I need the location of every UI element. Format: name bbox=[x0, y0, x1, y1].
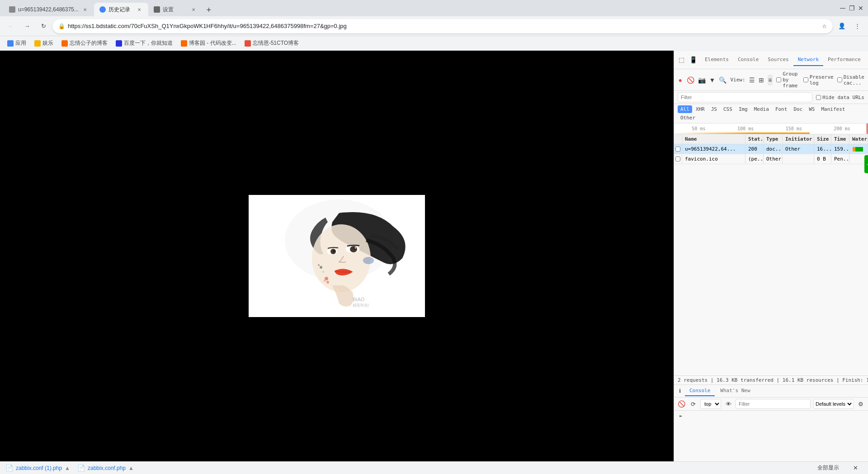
tab-more[interactable]: » bbox=[865, 54, 868, 66]
disable-cache-input[interactable] bbox=[837, 77, 842, 82]
bookmark-music[interactable]: 娱乐 bbox=[31, 38, 57, 49]
console-reload-icon[interactable]: ⟳ bbox=[689, 399, 698, 408]
console-settings-icon[interactable]: ⚙ bbox=[856, 399, 865, 408]
console-context-select[interactable]: top bbox=[700, 399, 721, 409]
console-clear-icon[interactable]: 🚫 bbox=[677, 399, 686, 408]
filter-manifest[interactable]: Manifest bbox=[819, 105, 848, 113]
row1-waterfall bbox=[849, 144, 868, 154]
new-tab-button[interactable]: + bbox=[203, 4, 215, 16]
network-filter-input[interactable] bbox=[678, 92, 812, 102]
filter-xhr[interactable]: XHR bbox=[693, 105, 708, 113]
account-button[interactable]: 👤 bbox=[835, 19, 849, 33]
col-type[interactable]: Type bbox=[764, 134, 783, 144]
tab-network[interactable]: Network bbox=[793, 54, 823, 66]
col-waterfall[interactable]: Waterfall ▲ bbox=[849, 134, 868, 144]
hide-data-urls-checkbox[interactable]: Hide data URLs bbox=[816, 95, 864, 100]
filter-media[interactable]: Media bbox=[751, 105, 772, 113]
wangqing-icon bbox=[61, 40, 68, 47]
row1-checkbox[interactable] bbox=[674, 144, 682, 154]
tab-1-close[interactable]: ✕ bbox=[81, 6, 89, 13]
menu-button[interactable]: ⋮ bbox=[850, 19, 864, 33]
network-table-header: Name Stat... Type Initiator Size Time Wa… bbox=[674, 134, 868, 144]
filter-doc[interactable]: Doc bbox=[791, 105, 805, 113]
devtools-pointer-icon[interactable]: ⬚ bbox=[676, 54, 687, 65]
tab-elements[interactable]: Elements bbox=[700, 54, 733, 66]
row2-type: Other bbox=[764, 154, 783, 164]
tab-sources[interactable]: Sources bbox=[763, 54, 793, 66]
address-bar[interactable]: 🔒 https://ss1.bdstatic.com/70cFuXSh_Q1Yn… bbox=[52, 19, 833, 33]
console-level-select[interactable]: Default levels bbox=[813, 399, 854, 409]
preserve-log-checkbox[interactable]: Preserve log bbox=[803, 74, 834, 86]
preserve-log-input[interactable] bbox=[803, 77, 808, 82]
minimize-button[interactable]: ─ bbox=[839, 5, 846, 12]
download-name-2[interactable]: zabbix.conf.php bbox=[88, 465, 126, 471]
console-tab-whatsnew[interactable]: What's New bbox=[716, 386, 755, 396]
network-row-1[interactable]: u=965139422,64... 200 doc... Other 16...… bbox=[674, 144, 868, 154]
filter-other[interactable]: Other bbox=[678, 114, 698, 122]
group-by-frame-input[interactable] bbox=[776, 77, 781, 82]
console-tab-console[interactable]: Console bbox=[685, 386, 715, 396]
filter-js[interactable]: JS bbox=[708, 105, 720, 113]
view-list-icon[interactable]: ☰ bbox=[749, 75, 755, 85]
bookmark-wangqing-label: 忘情公子的博客 bbox=[70, 39, 108, 47]
filter-button[interactable]: ▼ bbox=[709, 75, 716, 85]
row2-checkbox[interactable] bbox=[674, 154, 682, 164]
col-status[interactable]: Stat... bbox=[745, 134, 764, 144]
tab-console[interactable]: Console bbox=[733, 54, 763, 66]
show-all-button[interactable]: 全部显示 bbox=[817, 464, 839, 472]
tab-1-favicon bbox=[9, 6, 15, 13]
view-waterfall-icon[interactable]: ≡ bbox=[768, 75, 773, 85]
filter-css[interactable]: CSS bbox=[721, 105, 735, 113]
download-arrow-1[interactable]: ▲ bbox=[65, 465, 70, 471]
hide-data-urls-input[interactable] bbox=[816, 95, 821, 100]
bookmark-51cto[interactable]: 忘情恩-51CTO博客 bbox=[241, 38, 302, 49]
filter-font[interactable]: Font bbox=[773, 105, 790, 113]
console-filter-input[interactable] bbox=[736, 399, 811, 409]
filter-all[interactable]: All bbox=[678, 105, 692, 113]
row2-check-input[interactable] bbox=[675, 156, 680, 161]
address-text: https://ss1.bdstatic.com/70cFuXSh_Q1YnxG… bbox=[68, 23, 819, 29]
console-expand-arrow[interactable]: ► bbox=[678, 412, 684, 420]
clear-button[interactable]: 🚫 bbox=[687, 75, 694, 85]
close-button[interactable]: ✕ bbox=[857, 5, 864, 12]
forward-button[interactable]: → bbox=[20, 19, 34, 33]
search-button[interactable]: 🔍 bbox=[719, 75, 726, 85]
col-time[interactable]: Time bbox=[831, 134, 849, 144]
bookmark-wangqing[interactable]: 忘情公子的博客 bbox=[58, 38, 111, 49]
tab-2[interactable]: 历史记录 ✕ bbox=[94, 3, 148, 16]
filter-img[interactable]: Img bbox=[736, 105, 750, 113]
col-initiator[interactable]: Initiator bbox=[783, 134, 814, 144]
network-row-2[interactable]: favicon.ico (pe... Other 0 B Pen... bbox=[674, 154, 868, 164]
bookmark-bokeyuan[interactable]: 博客园 - 代码改变... bbox=[177, 38, 240, 49]
download-arrow-2[interactable]: ▲ bbox=[128, 465, 134, 471]
download-item-1: 📄 zabbix.conf (1).php ▲ bbox=[5, 465, 70, 472]
tab-performance[interactable]: Performance bbox=[823, 54, 865, 66]
back-button[interactable]: ← bbox=[4, 19, 18, 33]
record-button[interactable]: ● bbox=[678, 75, 683, 85]
cto-icon bbox=[245, 40, 251, 47]
view-grid-icon[interactable]: ⊞ bbox=[759, 75, 764, 85]
reload-button[interactable]: ↻ bbox=[36, 19, 51, 33]
bottom-bar-close-button[interactable]: ✕ bbox=[848, 461, 863, 474]
console-eye-icon[interactable]: 👁 bbox=[724, 399, 733, 408]
filter-ws[interactable]: WS bbox=[806, 105, 817, 113]
tab-3-close[interactable]: ✕ bbox=[190, 6, 197, 13]
restore-button[interactable]: ❐ bbox=[848, 5, 855, 12]
bookmark-star-icon[interactable]: ☆ bbox=[822, 23, 827, 29]
col-size[interactable]: Size bbox=[814, 134, 831, 144]
bookmark-apps[interactable]: 应用 bbox=[4, 38, 30, 49]
timeline-150ms: 150 ms bbox=[786, 126, 802, 131]
tab-3[interactable]: 设置 ✕ bbox=[148, 3, 203, 16]
console-info-icon[interactable]: ℹ bbox=[676, 387, 684, 395]
col-name[interactable]: Name bbox=[682, 134, 745, 144]
download-name-1[interactable]: zabbix.conf (1).php bbox=[16, 465, 62, 471]
row1-check-input[interactable] bbox=[675, 147, 680, 152]
tab-2-close[interactable]: ✕ bbox=[136, 6, 143, 13]
svg-point-9 bbox=[333, 250, 335, 252]
disable-cache-checkbox[interactable]: Disable cac... bbox=[837, 74, 864, 86]
devtools-mobile-icon[interactable]: 📱 bbox=[688, 54, 698, 65]
bookmark-baidu[interactable]: 百度一下，你就知道 bbox=[112, 38, 176, 49]
tab-1[interactable]: u=965139422,6486375... ✕ bbox=[4, 3, 94, 16]
capture-screenshot-button[interactable]: 📷 bbox=[698, 75, 706, 85]
group-by-frame-checkbox[interactable]: Group by frame bbox=[776, 71, 800, 89]
